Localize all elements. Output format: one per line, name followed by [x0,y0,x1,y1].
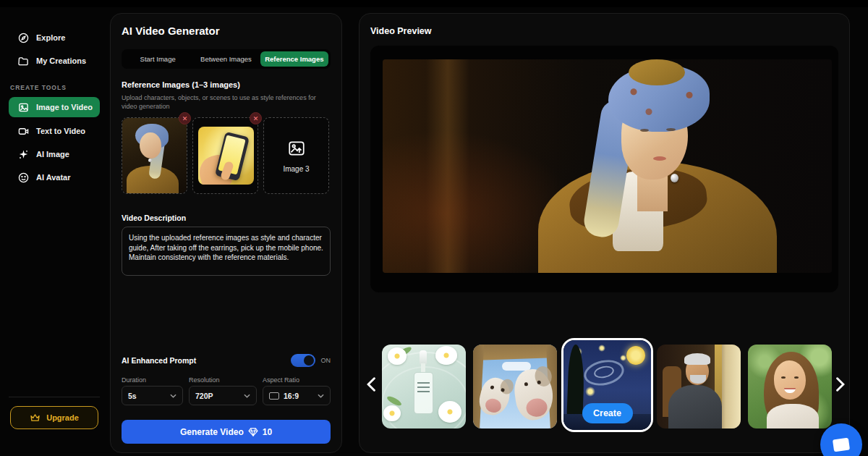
remove-image-1-button[interactable]: ✕ [179,112,191,124]
resolution-label: Resolution [189,376,257,384]
tab-between-images[interactable]: Between Images [192,51,260,67]
duration-select[interactable]: 5s [122,386,183,405]
sidebar-item-text-to-video[interactable]: Text to Video [0,121,109,141]
settings-selects: 5s 720P 16:9 [122,386,331,405]
tab-start-image[interactable]: Start Image [124,51,192,67]
settings-labels: Duration Resolution Aspect Ratio [122,376,331,384]
carousel-next-button[interactable] [833,375,848,394]
generate-video-label: Generate Video [180,427,244,437]
duration-value: 5s [128,392,137,400]
sidebar-item-label: My Creations [36,56,86,65]
gem-icon [248,428,258,436]
reference-image-slots: ✕ ✕ Image 3 [122,117,331,194]
enhanced-prompt-state: ON [321,357,331,364]
mode-tabbar: Start Image Between Images Reference Ima… [122,49,331,69]
aspect-ratio-value: 16:9 [284,392,299,400]
empty-slot-label: Image 3 [283,165,309,173]
duration-label: Duration [122,376,183,384]
reference-slot-1[interactable]: ✕ [122,117,187,194]
sidebar-item-label: Image to Video [36,103,93,111]
upload-image-icon [287,139,306,158]
reference-slot-2[interactable]: ✕ [192,117,258,194]
sidebar-item-ai-avatar[interactable]: AI Avatar [0,167,109,187]
thumbnail-cows[interactable] [473,345,557,428]
page-title: AI Video Generator [122,25,220,37]
tab-reference-images[interactable]: Reference Images [260,51,328,67]
reference-image-phone-hand [198,127,254,185]
sidebar-item-label: Text to Video [36,127,85,135]
reference-images-heading: Reference Images (1–3 images) [122,80,240,89]
video-description-label: Video Description [122,214,186,222]
generate-video-button[interactable]: Generate Video 10 [122,420,331,444]
top-strip [0,0,868,7]
aspect-ratio-rect-icon [269,392,279,400]
video-preview-title: Video Preview [370,26,432,36]
sidebar-item-image-to-video[interactable]: Image to Video [9,97,100,117]
sidebar-item-label: Explore [36,33,65,42]
chevron-down-icon [170,394,176,398]
upgrade-label: Upgrade [46,413,79,422]
chat-widget-button[interactable] [820,423,862,456]
video-description-textarea[interactable]: Using the uploaded reference images as s… [122,227,331,276]
thumbnail-woman-selfie[interactable] [748,345,832,428]
enhanced-prompt-row: AI Enhanced Prompt ON [122,354,331,367]
resolution-select[interactable]: 720P [189,386,257,405]
enhanced-prompt-label: AI Enhanced Prompt [122,356,196,365]
aspect-ratio-select[interactable]: 16:9 [263,386,331,405]
sidebar: Explore My Creations CREATE TOOLS Image … [0,7,109,456]
sidebar-item-label: AI Image [36,150,69,159]
sidebar-item-my-creations[interactable]: My Creations [0,51,109,71]
resolution-value: 720P [195,392,213,400]
enhanced-prompt-toggle[interactable] [291,354,315,367]
reference-slot-3-empty[interactable]: Image 3 [263,117,329,194]
chat-bubble-icon [833,437,850,452]
sidebar-item-ai-image[interactable]: AI Image [0,144,109,164]
thumbnail-elderly-man[interactable] [657,345,741,428]
reference-image-pearl-girl [122,118,187,193]
thumbnail-skincare-product[interactable] [382,345,466,428]
chevron-down-icon [244,394,250,398]
video-camera-icon [17,125,29,137]
sparkles-icon [17,148,29,160]
video-preview-image-pearl-girl[interactable] [383,59,832,273]
image-icon [17,101,29,113]
sidebar-item-label: AI Avatar [36,173,70,182]
thumbnail-starry-night-selected[interactable]: Create [561,338,653,432]
reference-images-description: Upload characters, objects, or scenes to… [122,93,324,111]
create-button[interactable]: Create [582,403,633,423]
smiley-face-icon [17,172,29,183]
generate-cost: 10 [263,427,272,437]
remove-image-2-button[interactable]: ✕ [250,112,262,124]
aspect-ratio-label: Aspect Ratio [263,376,331,384]
carousel-prev-button[interactable] [364,375,378,394]
sidebar-divider [9,397,100,397]
sidebar-item-explore[interactable]: Explore [0,28,109,48]
folder-icon [17,55,29,67]
chevron-down-icon [318,394,324,398]
upgrade-button[interactable]: Upgrade [10,406,98,429]
create-tools-section-label: CREATE TOOLS [0,84,109,91]
compass-icon [17,32,29,43]
crown-icon [30,413,41,422]
